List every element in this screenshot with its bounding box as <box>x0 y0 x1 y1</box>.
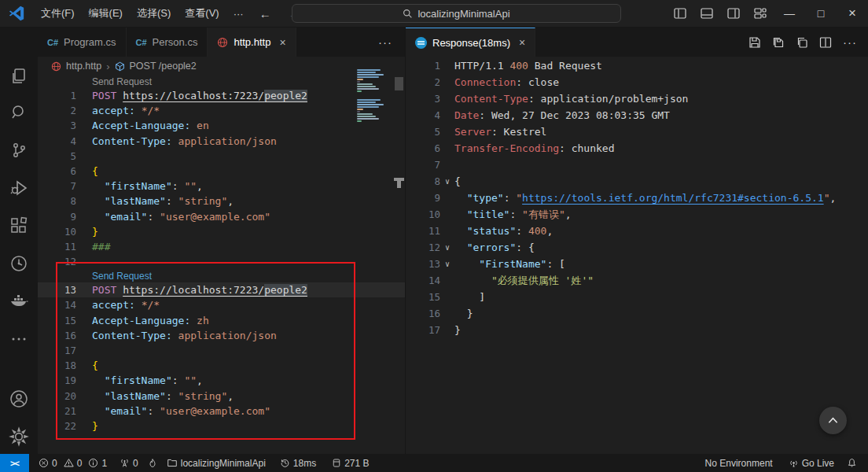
fold-chevron-icon[interactable]: ∨ <box>440 239 454 256</box>
code-token: "firstName" <box>105 180 172 192</box>
menu-edit[interactable]: 编辑(E) <box>82 4 130 23</box>
breadcrumb-file[interactable]: http.http <box>66 61 101 72</box>
hot-reload-status[interactable] <box>143 454 162 472</box>
clock-extension-icon[interactable] <box>0 248 38 279</box>
command-center-search[interactable]: localizingMinimalApi <box>292 4 621 23</box>
menu-file[interactable]: 文件(F) <box>34 4 82 23</box>
go-live-button[interactable]: Go Live <box>784 454 839 472</box>
close-window-button[interactable]: × <box>837 0 868 27</box>
account-icon[interactable] <box>0 383 38 415</box>
cursor-overview-marker <box>394 178 404 188</box>
tab-http-http[interactable]: http.http × <box>208 28 296 57</box>
code-line: 9 "email": "user@example.com" <box>38 209 405 224</box>
scroll-to-top-button[interactable] <box>819 407 847 434</box>
code-token <box>454 258 479 270</box>
more-views-icon[interactable] <box>0 323 38 355</box>
url-link[interactable]: people2 <box>264 284 307 296</box>
toggle-sidebar-icon[interactable] <box>667 0 693 27</box>
code-token: Content-Type <box>454 93 528 105</box>
minimize-button[interactable]: — <box>774 0 805 27</box>
source-control-icon[interactable] <box>0 135 38 166</box>
duration-status[interactable]: 18ms <box>275 454 321 472</box>
response-editor[interactable]: 1HTTP/1.1 400 Bad Request2Connection: cl… <box>406 57 868 454</box>
ports-status[interactable]: 0 <box>115 454 143 472</box>
editor-group-response: Response(18ms) × ··· 1HTTP/1.1 400 Bad R… <box>406 28 868 454</box>
fold-chevron-icon[interactable]: ∨ <box>440 256 454 272</box>
code-token <box>190 120 197 131</box>
save-icon[interactable] <box>748 36 761 49</box>
code-line: 9 "type": "https://tools.ietf.org/html/r… <box>406 190 868 206</box>
notifications-button[interactable] <box>842 454 862 472</box>
send-request-link[interactable]: Send Request <box>92 271 152 282</box>
breadcrumb-symbol[interactable]: POST /people2 <box>130 61 197 72</box>
code-token <box>92 195 105 207</box>
split-editor-icon[interactable] <box>819 36 832 49</box>
url-link[interactable]: https://localhost:7223/ <box>123 90 264 101</box>
size-status[interactable]: 271 B <box>327 454 373 472</box>
tab-overflow-button[interactable]: ··· <box>366 28 405 57</box>
code-token <box>172 135 178 147</box>
tab-person-cs[interactable]: C# Person.cs <box>127 28 208 57</box>
remote-indicator[interactable]: >< <box>0 454 29 472</box>
line-number: 21 <box>38 404 76 419</box>
environment-status[interactable]: No Environment <box>701 454 778 472</box>
toggle-panel-icon[interactable] <box>693 0 720 27</box>
url-link[interactable]: people2 <box>264 90 307 101</box>
scrollbar[interactable] <box>393 75 405 454</box>
problems-status[interactable]: 0 0 1 <box>34 454 112 472</box>
code-line: 11 "status": 400, <box>406 223 868 239</box>
scrollbar-thumb[interactable] <box>395 77 403 90</box>
minimap[interactable] <box>357 69 388 123</box>
code-token: Transfer-Encoding <box>454 142 559 154</box>
globe-icon <box>217 37 228 48</box>
code-token: : close <box>516 76 559 88</box>
fold-gutter <box>440 124 454 140</box>
fold-chevron-icon[interactable]: ∨ <box>440 173 454 190</box>
line-number: 12 <box>38 254 76 269</box>
run-debug-icon[interactable] <box>0 172 38 204</box>
tab-response[interactable]: Response(18ms) × <box>406 28 535 57</box>
code-token <box>116 90 123 101</box>
code-token: , <box>197 180 203 192</box>
line-number: 13 <box>406 256 440 272</box>
copy-icon[interactable] <box>796 36 808 49</box>
fold-gutter <box>440 74 454 90</box>
url-link[interactable]: https://localhost:7223/ <box>123 284 264 296</box>
code-token: : Kestrel <box>491 126 546 138</box>
editor-more-actions[interactable]: ··· <box>843 35 857 49</box>
project-status[interactable]: localizingMinimalApi <box>162 454 270 472</box>
extensions-icon[interactable] <box>0 210 38 242</box>
code-token: : <box>166 390 178 402</box>
code-token: : <box>147 211 160 223</box>
close-tab-icon[interactable]: × <box>519 36 525 49</box>
url-link[interactable]: https://tools.ietf.org/html/rfc7231#sect… <box>522 192 824 204</box>
tab-program-cs[interactable]: C# Program.cs <box>38 28 127 57</box>
save-all-icon[interactable] <box>772 36 785 49</box>
fold-gutter <box>440 157 454 173</box>
explorer-icon[interactable] <box>0 61 38 92</box>
folder-icon <box>167 458 178 468</box>
send-request-codelens[interactable]: Send Request <box>38 269 405 282</box>
menu-selection[interactable]: 选择(S) <box>130 4 178 23</box>
back-arrow-icon[interactable]: ← <box>251 7 280 20</box>
maximize-button[interactable]: □ <box>805 0 837 27</box>
settings-gear-icon[interactable] <box>0 421 38 452</box>
code-token: "title" <box>467 208 510 220</box>
send-request-link[interactable]: Send Request <box>92 76 152 87</box>
menu-view[interactable]: 查看(V) <box>178 4 226 23</box>
fold-gutter <box>440 305 454 322</box>
code-token: "type" <box>467 192 504 204</box>
search-sidebar-icon[interactable] <box>0 97 38 128</box>
request-editor[interactable]: Send Request1POST https://localhost:7223… <box>38 75 405 454</box>
fold-gutter <box>440 57 454 74</box>
menu-more[interactable]: ··· <box>226 6 251 22</box>
line-number: 15 <box>38 313 76 328</box>
line-number: 13 <box>38 282 76 297</box>
toggle-secondary-sidebar-icon[interactable] <box>720 0 747 27</box>
close-tab-icon[interactable]: × <box>279 36 285 49</box>
send-request-codelens[interactable]: Send Request <box>38 75 405 88</box>
customize-layout-icon[interactable] <box>747 0 774 27</box>
code-token: POST <box>92 284 116 296</box>
code-line: 8∨{ <box>406 173 868 190</box>
docker-icon[interactable] <box>0 286 38 317</box>
